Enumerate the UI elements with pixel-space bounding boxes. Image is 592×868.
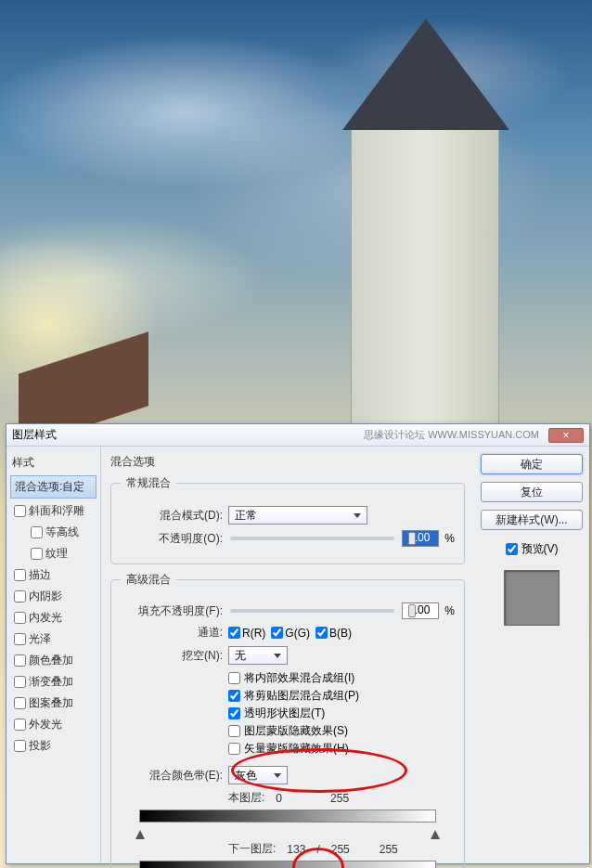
slider-thumb[interactable] bbox=[408, 604, 416, 617]
sidebar-item-11[interactable]: 投影 bbox=[10, 735, 97, 757]
channel-label: 通道: bbox=[121, 625, 223, 641]
opacity-label: 不透明度(O): bbox=[121, 531, 223, 547]
blend-options-heading: 混合选项 bbox=[110, 454, 465, 470]
sidebar-checkbox[interactable] bbox=[14, 697, 26, 709]
channel-checkbox[interactable] bbox=[271, 627, 283, 639]
fill-opacity-slider[interactable] bbox=[230, 609, 394, 613]
sidebar-item-2[interactable]: 纹理 bbox=[10, 543, 97, 564]
blendif-select[interactable]: 灰色 bbox=[228, 766, 288, 784]
cancel-button[interactable]: 复位 bbox=[481, 482, 583, 502]
knockout-label: 挖空(N): bbox=[121, 648, 223, 664]
sidebar-item-label: 斜面和浮雕 bbox=[29, 503, 84, 519]
blendif-label: 混合颜色带(E): bbox=[121, 768, 223, 784]
percent-label: % bbox=[444, 532, 455, 545]
sidebar-item-5[interactable]: 内发光 bbox=[10, 607, 97, 628]
sidebar-item-blend-options[interactable]: 混合选项:自定 bbox=[10, 475, 97, 499]
adv-check-3[interactable]: 图层蒙版隐藏效果(S) bbox=[121, 723, 455, 739]
sidebar-checkbox[interactable] bbox=[14, 654, 26, 667]
channel-B[interactable]: B(B) bbox=[315, 627, 352, 640]
general-blend-group: 常规混合 混合模式(D): 正常 不透明度(O): 100 % bbox=[110, 475, 465, 564]
white-stop[interactable] bbox=[431, 830, 440, 839]
percent-label: % bbox=[444, 604, 455, 617]
preview-swatch bbox=[504, 570, 560, 626]
sidebar-checkbox[interactable] bbox=[14, 633, 26, 645]
titlebar[interactable]: 图层样式 思缘设计论坛 WWW.MISSYUAN.COM × bbox=[6, 424, 589, 447]
knockout-select[interactable]: 无 bbox=[228, 646, 288, 665]
sidebar-checkbox[interactable] bbox=[14, 569, 26, 581]
sidebar-item-label: 投影 bbox=[29, 738, 51, 754]
sidebar-item-label: 外发光 bbox=[29, 717, 62, 732]
sidebar-item-label: 描边 bbox=[29, 567, 51, 583]
sidebar-checkbox[interactable] bbox=[14, 590, 26, 602]
styles-sidebar: 样式 混合选项:自定 斜面和浮雕等高线纹理描边内阴影内发光光泽颜色叠加渐变叠加图… bbox=[6, 447, 101, 863]
sidebar-checkbox[interactable] bbox=[14, 505, 26, 517]
sidebar-item-0[interactable]: 斜面和浮雕 bbox=[10, 500, 97, 522]
channel-G[interactable]: G(G) bbox=[271, 627, 310, 640]
adv-check-4[interactable]: 矢量蒙版隐藏效果(H) bbox=[121, 741, 455, 757]
blend-mode-label: 混合模式(D): bbox=[121, 508, 223, 524]
sidebar-item-7[interactable]: 颜色叠加 bbox=[10, 650, 97, 671]
background-tower bbox=[351, 130, 499, 427]
sidebar-header[interactable]: 样式 bbox=[10, 452, 97, 473]
sidebar-checkbox[interactable] bbox=[14, 719, 26, 731]
channel-checkbox[interactable] bbox=[315, 627, 328, 639]
under-layer-slider[interactable] bbox=[139, 861, 436, 868]
watermark: 思缘设计论坛 WWW.MISSYUAN.COM bbox=[364, 428, 539, 442]
sidebar-item-label: 内发光 bbox=[29, 610, 62, 626]
sidebar-checkbox[interactable] bbox=[14, 612, 26, 624]
main-panel: 混合选项 常规混合 混合模式(D): 正常 不透明度(O): 100 % 高级混… bbox=[101, 447, 474, 863]
new-style-button[interactable]: 新建样式(W)... bbox=[481, 510, 583, 530]
slider-thumb[interactable] bbox=[408, 532, 416, 545]
close-icon: × bbox=[562, 429, 569, 442]
sidebar-item-label: 图案叠加 bbox=[29, 695, 73, 711]
under-layer-label: 下一图层: bbox=[228, 841, 276, 857]
black-stop[interactable] bbox=[135, 830, 145, 839]
sidebar-item-8[interactable]: 渐变叠加 bbox=[10, 671, 97, 693]
sidebar-item-3[interactable]: 描边 bbox=[10, 564, 97, 586]
preview-label: 预览(V) bbox=[521, 541, 559, 557]
blend-mode-select[interactable]: 正常 bbox=[228, 506, 367, 525]
this-layer-val-0: 0 bbox=[276, 792, 282, 805]
opacity-slider[interactable] bbox=[230, 537, 394, 540]
sidebar-item-9[interactable]: 图案叠加 bbox=[10, 693, 97, 714]
adv-checkbox[interactable] bbox=[228, 743, 240, 755]
adv-checkbox[interactable] bbox=[228, 707, 240, 719]
adv-checkbox[interactable] bbox=[228, 690, 240, 702]
advanced-blend-group: 高级混合 填充不透明度(F): 100 % 通道: R(R)G(G)B(B) 挖… bbox=[110, 572, 465, 868]
sidebar-checkbox[interactable] bbox=[31, 548, 43, 560]
dialog-title: 图层样式 bbox=[12, 427, 57, 443]
channel-R[interactable]: R(R) bbox=[228, 627, 265, 640]
this-layer-val-1: 255 bbox=[330, 792, 349, 805]
adv-check-1[interactable]: 将剪贴图层混合成组(P) bbox=[121, 688, 455, 704]
sidebar-checkbox[interactable] bbox=[14, 676, 26, 688]
sidebar-item-label: 渐变叠加 bbox=[29, 674, 73, 690]
sidebar-item-label: 颜色叠加 bbox=[29, 653, 73, 668]
sidebar-item-label: 等高线 bbox=[45, 525, 79, 540]
sidebar-item-4[interactable]: 内阴影 bbox=[10, 586, 97, 607]
preview-checkbox[interactable] bbox=[506, 543, 518, 555]
adv-check-2[interactable]: 透明形状图层(T) bbox=[121, 706, 455, 721]
sidebar-item-10[interactable]: 外发光 bbox=[10, 714, 97, 735]
sidebar-item-1[interactable]: 等高线 bbox=[10, 522, 97, 543]
sidebar-checkbox[interactable] bbox=[31, 526, 43, 538]
this-layer-slider[interactable] bbox=[139, 810, 436, 837]
adv-checkbox[interactable] bbox=[228, 672, 240, 684]
ok-button[interactable]: 确定 bbox=[481, 454, 583, 474]
adv-checkbox[interactable] bbox=[228, 725, 240, 737]
sidebar-item-label: 光泽 bbox=[29, 631, 51, 647]
advanced-legend: 高级混合 bbox=[121, 572, 176, 588]
sidebar-checkbox[interactable] bbox=[14, 740, 26, 752]
general-legend: 常规混合 bbox=[121, 475, 176, 491]
close-button[interactable]: × bbox=[548, 428, 584, 443]
sidebar-item-label: 内阴影 bbox=[29, 589, 62, 604]
sidebar-item-6[interactable]: 光泽 bbox=[10, 628, 97, 650]
fill-opacity-label: 填充不透明度(F): bbox=[121, 603, 223, 619]
right-panel: 确定 复位 新建样式(W)... 预览(V) bbox=[474, 447, 589, 863]
sidebar-item-label: 纹理 bbox=[45, 546, 68, 562]
adv-check-0[interactable]: 将内部效果混合成组(I) bbox=[121, 670, 455, 686]
channel-checkbox[interactable] bbox=[228, 627, 240, 639]
layer-style-dialog: 图层样式 思缘设计论坛 WWW.MISSYUAN.COM × 样式 混合选项:自… bbox=[6, 423, 590, 864]
this-layer-label: 本图层: bbox=[228, 790, 264, 806]
